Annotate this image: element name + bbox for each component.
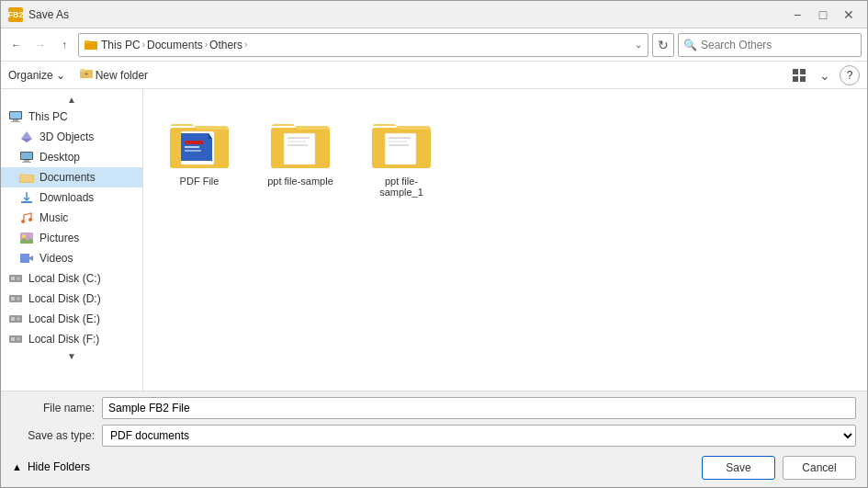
breadcrumb-others[interactable]: Others: [209, 39, 242, 51]
folder-icon-ppt-1: [368, 109, 434, 176]
filename-label: File name:: [12, 402, 95, 414]
chevron-up-icon: ▲: [12, 461, 22, 472]
folder-icon: [85, 39, 97, 51]
file-item-ppt-sample-1[interactable]: ppt file-sample_1: [360, 104, 443, 203]
minimize-button[interactable]: −: [786, 6, 808, 23]
svg-marker-14: [21, 139, 32, 142]
organize-chevron-icon: ⌄: [56, 69, 65, 82]
sidebar-item-local-disk-f[interactable]: Local Disk (F:): [1, 329, 142, 349]
svg-rect-55: [389, 137, 411, 139]
new-folder-icon: +: [80, 67, 93, 83]
svg-rect-51: [287, 141, 306, 142]
sidebar-item-label: Desktop: [39, 151, 80, 164]
3d-icon: [19, 130, 34, 144]
downloads-icon: [19, 190, 34, 205]
svg-point-37: [17, 317, 20, 321]
breadcrumb-sep-2: ›: [205, 40, 208, 50]
sidebar-item-desktop[interactable]: Desktop: [1, 147, 142, 167]
file-label: ppt file-sample: [267, 176, 333, 187]
folder-open-icon: [19, 170, 34, 185]
breadcrumb: This PC › Documents › Others ›: [101, 39, 247, 51]
sidebar-item-local-disk-c[interactable]: Local Disk (C:): [1, 268, 142, 289]
svg-rect-10: [10, 112, 21, 119]
svg-rect-56: [389, 141, 407, 142]
sidebar-item-label: Local Disk (D:): [28, 292, 101, 305]
save-as-dialog: FB2 Save As − □ ✕ ← → ↑ This PC › Docume…: [0, 0, 868, 488]
forward-button[interactable]: →: [30, 35, 51, 55]
disk-icon: [8, 332, 23, 346]
breadcrumb-thispc[interactable]: This PC: [101, 39, 141, 51]
sidebar-item-3d-objects[interactable]: 3D Objects: [1, 127, 142, 147]
svg-rect-16: [21, 153, 32, 159]
sidebar-scroll-down[interactable]: ▼: [1, 349, 142, 363]
sidebar-item-pictures[interactable]: Pictures: [1, 228, 142, 248]
help-button[interactable]: ?: [840, 65, 860, 85]
filetype-label: Save as type:: [12, 429, 95, 442]
disk-icon: [8, 291, 23, 306]
back-button[interactable]: ←: [6, 35, 27, 55]
save-button[interactable]: Save: [702, 456, 775, 480]
svg-rect-1: [85, 40, 90, 43]
sidebar-item-this-pc[interactable]: This PC: [1, 107, 142, 127]
svg-rect-27: [20, 254, 29, 263]
new-folder-button[interactable]: + New folder: [80, 67, 148, 83]
breadcrumb-documents[interactable]: Documents: [147, 39, 203, 51]
filename-input[interactable]: [102, 397, 856, 419]
hide-folders-row[interactable]: ▲ Hide Folders: [12, 459, 90, 475]
sidebar-item-label: Downloads: [39, 191, 94, 204]
sidebar-item-label: Local Disk (C:): [28, 272, 101, 285]
svg-rect-17: [24, 160, 29, 162]
sidebar-scroll-up[interactable]: ▲: [1, 93, 142, 107]
sidebar-item-label: Local Disk (F:): [28, 333, 99, 346]
sidebar-item-label: Videos: [39, 252, 73, 265]
titlebar-left: FB2 Save As: [8, 7, 69, 22]
filetype-select[interactable]: PDF documents: [102, 425, 856, 447]
file-label: ppt file-sample_1: [366, 176, 437, 198]
address-dropdown-icon[interactable]: ⌄: [635, 40, 642, 50]
actionbar: Organize ⌄ + New folder: [1, 62, 867, 89]
sidebar-item-local-disk-e[interactable]: Local Disk (E:): [1, 309, 142, 329]
disk-icon: [8, 312, 23, 326]
file-item-pdf[interactable]: PDF File: [158, 104, 241, 203]
up-button[interactable]: ↑: [54, 35, 74, 55]
maximize-button[interactable]: □: [812, 6, 834, 23]
svg-rect-47: [185, 150, 201, 152]
action-buttons: Save Cancel: [702, 452, 856, 482]
sidebar-item-downloads[interactable]: Downloads: [1, 187, 142, 208]
search-wrapper: 🔍: [678, 33, 862, 57]
svg-rect-7: [793, 76, 798, 82]
svg-rect-33: [11, 297, 15, 301]
computer-icon: [8, 109, 23, 124]
sidebar-item-videos[interactable]: Videos: [1, 248, 142, 268]
file-item-ppt-sample[interactable]: ppt file-sample: [259, 104, 342, 203]
sidebar-item-label: 3D Objects: [39, 131, 94, 143]
breadcrumb-sep-1: ›: [142, 40, 145, 50]
search-input[interactable]: [678, 33, 862, 57]
organize-button[interactable]: Organize ⌄: [8, 69, 65, 82]
svg-rect-39: [11, 337, 15, 341]
bottom-bar: File name: Save as type: PDF documents ▲…: [1, 391, 867, 487]
view-dropdown-button[interactable]: ⌄: [814, 65, 836, 85]
svg-rect-46: [185, 146, 199, 148]
refresh-button[interactable]: ↻: [652, 33, 674, 57]
svg-rect-22: [21, 201, 32, 203]
sidebar-item-label: Pictures: [39, 232, 79, 244]
titlebar: FB2 Save As − □ ✕: [1, 1, 867, 28]
sidebar-item-local-disk-d[interactable]: Local Disk (D:): [1, 289, 142, 309]
svg-rect-5: [793, 69, 798, 74]
sidebar-item-label: Local Disk (E:): [28, 312, 100, 325]
folder-icon-ppt: [267, 109, 333, 176]
file-label: PDF File: [180, 176, 220, 187]
close-button[interactable]: ✕: [838, 6, 860, 23]
svg-marker-28: [29, 255, 33, 261]
address-bar[interactable]: This PC › Documents › Others › ⌄: [78, 33, 648, 57]
filename-row: File name:: [12, 397, 856, 419]
filetype-row: Save as type: PDF documents: [12, 425, 856, 447]
cancel-button[interactable]: Cancel: [783, 456, 856, 480]
sidebar-item-documents[interactable]: Documents: [1, 167, 142, 187]
sidebar-item-music[interactable]: Music: [1, 208, 142, 228]
view-toggle-button[interactable]: [788, 65, 810, 85]
disk-icon: [8, 271, 23, 286]
svg-point-40: [17, 337, 20, 341]
pdf-folder-icon: [166, 109, 232, 176]
